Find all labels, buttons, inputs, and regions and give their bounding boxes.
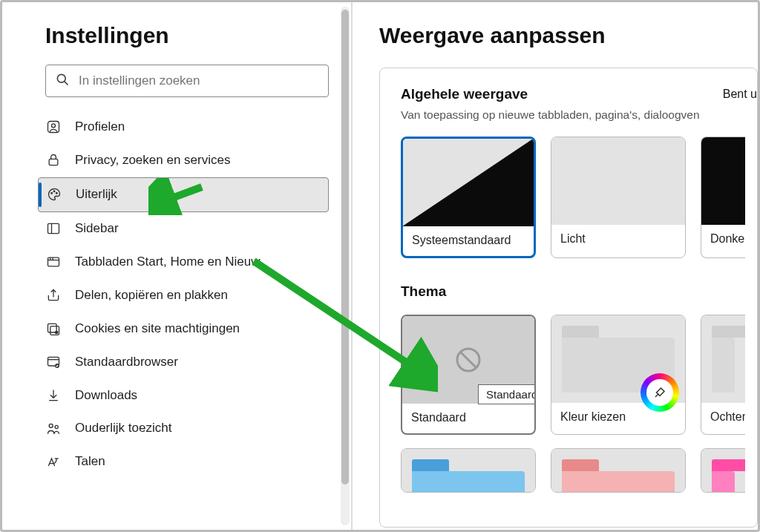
sidebar-item-languages[interactable]: Talen bbox=[38, 445, 329, 479]
tooltip: Standaard bbox=[478, 384, 536, 404]
appearance-section-title: Algehele weergave bbox=[401, 86, 528, 102]
cookies-icon bbox=[45, 321, 62, 337]
svg-rect-2 bbox=[48, 122, 59, 133]
sidebar-item-profiles[interactable]: Profielen bbox=[38, 111, 329, 144]
sidebar-item-label: Standaardbrowser bbox=[75, 354, 178, 371]
sidebar-item-label: Ouderlijk toezicht bbox=[75, 420, 171, 437]
svg-point-6 bbox=[53, 191, 55, 192]
card-label: Ochtend bbox=[701, 403, 745, 433]
appearance-card-dark[interactable]: Donker bbox=[701, 137, 745, 258]
theme-card-color-picker[interactable]: Kleur kiezen bbox=[551, 315, 686, 435]
sidebar-item-label: Cookies en site machtigingen bbox=[75, 321, 240, 338]
theme-card-morning[interactable]: Ochtend bbox=[701, 315, 745, 435]
family-icon bbox=[45, 421, 62, 437]
eyedropper-icon bbox=[653, 386, 666, 399]
sidebar-icon bbox=[45, 220, 62, 237]
theme-card-coral[interactable] bbox=[551, 448, 686, 493]
sidebar-item-label: Privacy, zoeken en services bbox=[75, 152, 230, 169]
share-icon bbox=[45, 287, 62, 303]
svg-point-0 bbox=[57, 74, 65, 82]
settings-sidebar: Instellingen Profielen bbox=[2, 2, 351, 530]
right-link[interactable]: Bent u bbox=[723, 88, 757, 101]
search-icon bbox=[55, 72, 70, 90]
sidebar-item-sidebar[interactable]: Sidebar bbox=[38, 212, 329, 246]
theme-section-title: Thema bbox=[401, 283, 757, 300]
card-label: Systeemstandaard bbox=[403, 226, 534, 256]
svg-point-3 bbox=[52, 124, 56, 128]
svg-point-22 bbox=[55, 425, 58, 428]
search-input[interactable] bbox=[79, 73, 319, 88]
download-icon bbox=[45, 387, 62, 404]
sidebar-item-label: Profielen bbox=[75, 119, 125, 136]
sidebar-item-label: Sidebar bbox=[75, 220, 119, 237]
sidebar-item-privacy[interactable]: Privacy, zoeken en services bbox=[38, 144, 329, 177]
languages-icon bbox=[45, 454, 62, 470]
theme-card-blue[interactable] bbox=[401, 448, 536, 493]
theme-card-pink[interactable] bbox=[701, 448, 745, 493]
card-label: Donker bbox=[701, 225, 745, 254]
main-panel: Weergave aanpassen Algehele weergave Ben… bbox=[353, 2, 758, 530]
sidebar-item-parental[interactable]: Ouderlijk toezicht bbox=[38, 412, 329, 445]
nav-list: Profielen Privacy, zoeken en services Ui… bbox=[45, 111, 329, 479]
svg-rect-10 bbox=[48, 257, 59, 266]
appearance-subtitle: Van toepassing op nieuwe tabbladen, pagi… bbox=[401, 108, 757, 122]
appearance-card-system[interactable]: Systeemstandaard bbox=[401, 137, 536, 258]
sidebar-item-tabs[interactable]: Tabbladen Start, Home en Nieuw bbox=[38, 246, 329, 279]
svg-line-1 bbox=[65, 82, 68, 85]
sidebar-item-default-browser[interactable]: Standaardbrowser bbox=[38, 346, 329, 379]
sidebar-item-label: Delen, kopiëren en plakken bbox=[75, 287, 228, 304]
color-picker-preview bbox=[551, 315, 685, 403]
sidebar-item-label: Talen bbox=[75, 453, 105, 470]
theme-cards: Standaard Standaard bbox=[401, 315, 757, 435]
card-label: Standaard bbox=[402, 404, 534, 433]
appearance-panel: Algehele weergave Bent u Van toepassing … bbox=[379, 68, 758, 528]
sidebar-item-share[interactable]: Delen, kopiëren en plakken bbox=[38, 279, 329, 312]
browser-icon bbox=[45, 354, 62, 370]
scrollbar-thumb[interactable] bbox=[341, 10, 349, 485]
lock-icon bbox=[45, 152, 62, 168]
sidebar-item-downloads[interactable]: Downloads bbox=[38, 379, 329, 413]
sidebar-item-label: Uiterlijk bbox=[76, 186, 117, 203]
light-preview-icon bbox=[551, 137, 685, 225]
svg-rect-14 bbox=[48, 324, 57, 332]
color-wheel-icon bbox=[641, 373, 679, 412]
appearance-cards: Systeemstandaard Licht Donker bbox=[401, 137, 757, 258]
svg-line-25 bbox=[461, 352, 476, 367]
profiles-icon bbox=[45, 119, 62, 135]
split-preview-icon bbox=[403, 139, 534, 226]
no-symbol-icon bbox=[453, 345, 483, 375]
svg-point-21 bbox=[49, 424, 53, 427]
sidebar-item-appearance[interactable]: Uiterlijk bbox=[38, 177, 329, 212]
card-label: Licht bbox=[551, 225, 685, 254]
svg-point-5 bbox=[51, 193, 53, 194]
morning-preview bbox=[701, 315, 745, 403]
settings-title: Instellingen bbox=[45, 23, 329, 48]
sidebar-scrollbar[interactable] bbox=[341, 7, 350, 525]
page-title: Weergave aanpassen bbox=[379, 23, 758, 48]
svg-point-7 bbox=[56, 193, 58, 194]
theme-cards-row2 bbox=[401, 448, 757, 493]
theme-card-default[interactable]: Standaard Standaard bbox=[401, 315, 536, 435]
svg-rect-8 bbox=[48, 224, 59, 234]
palette-icon bbox=[46, 186, 62, 203]
svg-rect-4 bbox=[49, 160, 58, 165]
sidebar-item-label: Downloads bbox=[75, 387, 137, 404]
tabs-icon bbox=[45, 254, 62, 270]
sidebar-item-label: Tabbladen Start, Home en Nieuw bbox=[75, 254, 260, 271]
dark-preview-icon bbox=[701, 137, 745, 225]
search-box[interactable] bbox=[45, 65, 329, 97]
sidebar-item-cookies[interactable]: Cookies en site machtigingen bbox=[38, 312, 329, 346]
appearance-card-light[interactable]: Licht bbox=[551, 137, 686, 258]
svg-point-16 bbox=[56, 331, 58, 333]
